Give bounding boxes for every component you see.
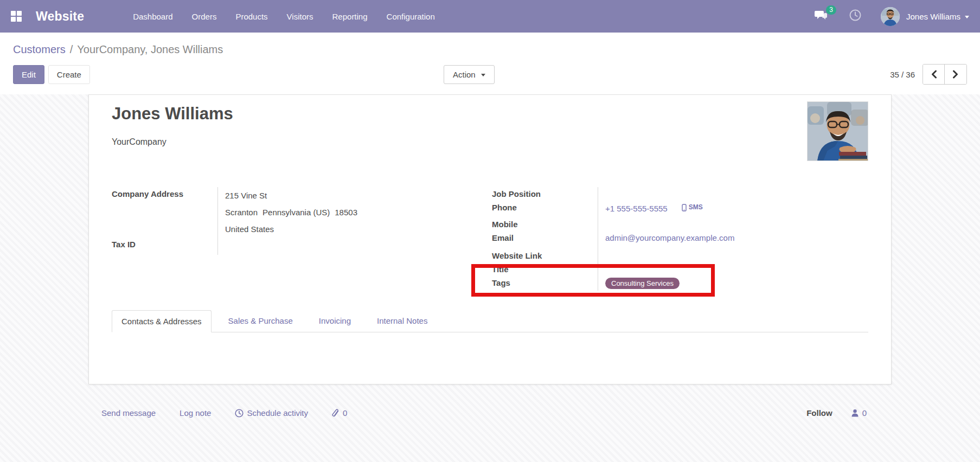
pager-buttons xyxy=(923,64,967,85)
pager-previous-button[interactable] xyxy=(923,65,945,84)
job-position-label: Job Position xyxy=(492,187,598,201)
fields-left-column: Company Address 215 Vine St ScrantonPenn… xyxy=(112,187,417,291)
follow-button[interactable]: Follow xyxy=(806,408,832,418)
tags-row: Tags Consulting Services xyxy=(492,276,868,291)
messages-count-badge: 3 xyxy=(826,5,836,15)
notebook-tabs: Contacts & Addresses Sales & Purchase In… xyxy=(112,310,868,332)
tax-id-label: Tax ID xyxy=(112,238,217,255)
company-address-row: Company Address 215 Vine St ScrantonPenn… xyxy=(112,187,417,238)
breadcrumb-separator: / xyxy=(70,43,73,55)
job-position-value[interactable] xyxy=(598,187,868,201)
pager-value: 35 / 36 xyxy=(890,70,915,79)
job-position-row: Job Position xyxy=(492,187,868,201)
activities-clock-icon[interactable] xyxy=(849,9,861,23)
tab-sales-purchase[interactable]: Sales & Purchase xyxy=(219,310,302,332)
tab-internal-notes[interactable]: Internal Notes xyxy=(368,310,437,332)
email-link[interactable]: admin@yourcompany.example.com xyxy=(605,233,734,242)
email-value-cell: admin@yourcompany.example.com xyxy=(598,231,868,249)
schedule-activity-button[interactable]: Schedule activity xyxy=(235,408,308,418)
record-company-link[interactable]: YourCompany xyxy=(112,137,868,147)
top-navbar: Website Dashboard Orders Products Visito… xyxy=(0,0,980,33)
menu-item-configuration[interactable]: Configuration xyxy=(387,12,435,21)
pager: 35 / 36 xyxy=(890,64,967,85)
action-caret-icon xyxy=(481,74,485,76)
sms-label: SMS xyxy=(689,201,703,214)
tag-consulting-services[interactable]: Consulting Services xyxy=(605,278,680,289)
edit-button[interactable]: Edit xyxy=(13,65,44,84)
log-note-button[interactable]: Log note xyxy=(180,408,211,418)
menu-item-visitors[interactable]: Visitors xyxy=(287,12,313,21)
user-menu[interactable]: Jones Williams xyxy=(906,12,969,21)
address-street[interactable]: 215 Vine St xyxy=(225,187,417,204)
paperclip-icon xyxy=(332,409,340,418)
apps-grid-icon[interactable] xyxy=(11,11,22,22)
content-area: Jones Williams YourCompany xyxy=(0,94,980,462)
chatter-actions: Send message Log note Schedule activity … xyxy=(101,408,347,418)
schedule-activity-label: Schedule activity xyxy=(247,408,308,418)
pager-next-button[interactable] xyxy=(945,65,966,84)
phone-value-cell: +1 555-555-5555 SMS xyxy=(598,201,868,217)
email-label: Email xyxy=(492,231,598,249)
mobile-value[interactable] xyxy=(598,217,868,231)
send-message-button[interactable]: Send message xyxy=(101,408,156,418)
title-row: Title xyxy=(492,262,868,276)
tax-id-value[interactable] xyxy=(217,238,417,255)
tab-content-empty xyxy=(112,332,868,384)
create-button[interactable]: Create xyxy=(48,65,90,84)
action-dropdown-wrap: Action xyxy=(444,65,495,84)
phone-row: Phone +1 555-555-5555 SMS xyxy=(492,201,868,217)
breadcrumb-customers-link[interactable]: Customers xyxy=(13,43,66,55)
address-city-line[interactable]: ScrantonPennsylvania (US)18503 xyxy=(225,204,417,221)
tags-label: Tags xyxy=(492,276,598,291)
menu-item-dashboard[interactable]: Dashboard xyxy=(133,12,172,21)
attachments-count: 0 xyxy=(343,408,347,418)
control-panel: Customers/YourCompany, Jones Williams Ed… xyxy=(0,33,980,94)
tax-id-row: Tax ID xyxy=(112,238,417,255)
followers-button[interactable]: 0 xyxy=(851,408,867,418)
phone-label: Phone xyxy=(492,201,598,217)
attachments-button[interactable]: 0 xyxy=(332,408,347,418)
followers-count: 0 xyxy=(862,408,867,418)
tab-contacts-addresses[interactable]: Contacts & Addresses xyxy=(112,310,212,332)
menu-item-reporting[interactable]: Reporting xyxy=(332,12,368,21)
menu-item-orders[interactable]: Orders xyxy=(192,12,217,21)
chat-bubbles-icon xyxy=(815,10,828,21)
tab-invoicing[interactable]: Invoicing xyxy=(310,310,360,332)
chatter: Send message Log note Schedule activity … xyxy=(88,384,892,418)
website-link-row: Website Link xyxy=(492,249,868,262)
chevron-right-icon xyxy=(952,70,959,79)
chatter-followers: Follow 0 xyxy=(806,408,879,418)
app-brand[interactable]: Website xyxy=(36,9,84,24)
tags-value-cell: Consulting Services xyxy=(598,276,868,291)
field-grid: Company Address 215 Vine St ScrantonPenn… xyxy=(112,187,868,291)
navbar-right: 3 xyxy=(815,7,969,26)
breadcrumb: Customers/YourCompany, Jones Williams xyxy=(13,33,967,64)
menu-item-products[interactable]: Products xyxy=(235,12,267,21)
email-row: Email admin@yourcompany.example.com xyxy=(492,231,868,249)
breadcrumb-current: YourCompany, Jones Williams xyxy=(77,43,223,55)
company-address-label: Company Address xyxy=(112,187,217,238)
user-menu-caret-icon xyxy=(965,16,969,18)
sms-button[interactable]: SMS xyxy=(682,201,703,214)
schedule-clock-icon xyxy=(235,409,244,418)
mobile-phone-icon xyxy=(682,204,687,211)
website-link-value[interactable] xyxy=(598,249,868,262)
action-dropdown-button[interactable]: Action xyxy=(444,65,495,84)
address-city[interactable]: Scranton xyxy=(225,208,258,217)
address-state[interactable]: Pennsylvania (US) xyxy=(262,208,330,217)
address-zip[interactable]: 18503 xyxy=(335,208,357,217)
messages-icon[interactable]: 3 xyxy=(815,10,828,23)
mobile-row: Mobile xyxy=(492,217,868,231)
page: Website Dashboard Orders Products Visito… xyxy=(0,0,980,462)
address-country[interactable]: United States xyxy=(225,221,417,238)
fields-right-column: Job Position Phone +1 555-555-5555 xyxy=(492,187,868,291)
company-address-value[interactable]: 215 Vine St ScrantonPennsylvania (US)185… xyxy=(217,187,417,238)
title-value[interactable] xyxy=(598,262,868,276)
chevron-left-icon xyxy=(931,70,937,79)
phone-link[interactable]: +1 555-555-5555 xyxy=(605,204,668,213)
contact-photo[interactable] xyxy=(807,101,868,161)
follower-person-icon xyxy=(851,409,859,417)
main-menu: Dashboard Orders Products Visitors Repor… xyxy=(133,12,435,21)
user-avatar[interactable] xyxy=(881,7,900,26)
button-row: Edit Create Action 35 / 36 xyxy=(13,64,967,94)
